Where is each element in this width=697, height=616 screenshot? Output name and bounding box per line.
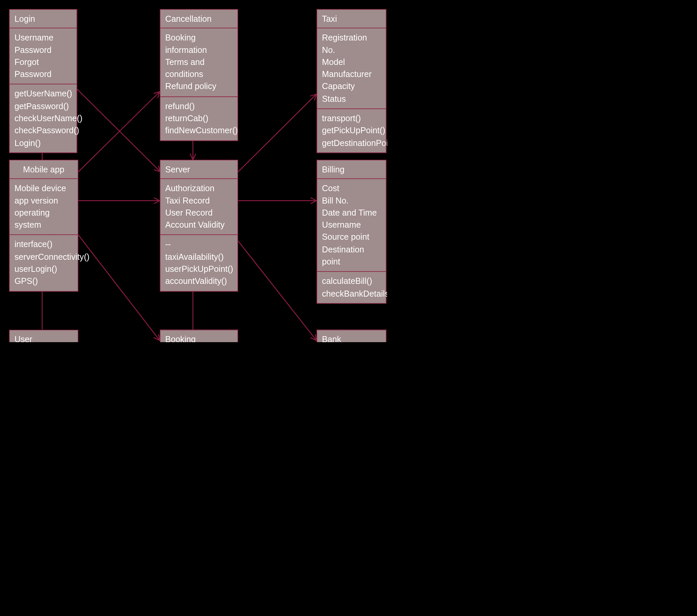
class-title: Server	[165, 164, 190, 174]
attr: Authorization	[165, 182, 233, 195]
op: accountValidity()	[165, 275, 233, 287]
class-title: Mobile app	[23, 164, 64, 174]
attr: Forgot Password	[14, 56, 72, 80]
op: serverConnectivity()	[14, 251, 73, 263]
class-title: Booking	[165, 334, 196, 342]
attr: operating system	[14, 207, 73, 231]
op: --	[165, 238, 233, 251]
op: interface()	[14, 238, 73, 251]
class-booking: Booking Cost details Time Location Sourc…	[160, 330, 238, 342]
svg-line-5	[77, 89, 160, 172]
op: userLogin()	[14, 263, 73, 275]
attr: Registration No.	[322, 31, 381, 56]
attr: Capacity	[322, 80, 381, 93]
attr: Refund policy	[165, 80, 233, 93]
attr: Destination point	[322, 243, 381, 268]
attr: app version	[14, 195, 73, 207]
class-mobileapp: Mobile app Mobile device app version ope…	[9, 160, 78, 291]
op: checkBankDetails()	[322, 287, 381, 300]
attr: Terms and conditions	[165, 56, 233, 80]
op: taxiAvailability()	[165, 251, 233, 263]
svg-line-3	[78, 92, 160, 172]
op: checkUserName()	[14, 112, 72, 124]
class-billing: Billing Cost Bill No. Date and Time User…	[316, 160, 386, 304]
class-taxi: Taxi Registration No. Model Manufacturer…	[316, 9, 386, 153]
op: getDestinationPoint()	[322, 137, 381, 149]
op: getUserName()	[14, 88, 72, 100]
class-bank: Bank Bank name User Bank Account User Ba…	[316, 330, 386, 342]
attr: Account Validity	[165, 219, 233, 231]
class-cancellation: Cancellation Booking information Terms a…	[160, 9, 238, 141]
attr: Cost	[322, 182, 381, 195]
attr: Password	[14, 44, 72, 56]
class-title: Bank	[322, 334, 341, 342]
op: checkPassword()	[14, 124, 72, 137]
attr: Username	[14, 31, 72, 44]
op: transport()	[322, 112, 381, 124]
class-user: User Name Email Address Gender Username …	[9, 330, 78, 342]
class-title: Cancellation	[165, 14, 212, 24]
op: getPassword()	[14, 100, 72, 112]
svg-line-10	[238, 241, 316, 341]
attr: Source point	[322, 231, 381, 243]
op: returnCab()	[165, 112, 233, 124]
attr: Model	[322, 56, 381, 68]
op: getPickUpPoint()	[322, 124, 381, 137]
op: userPickUpPoint()	[165, 263, 233, 275]
svg-line-8	[238, 94, 316, 172]
class-server: Server Authorization Taxi Record User Re…	[160, 160, 238, 291]
class-login: Login Username Password Forgot Password …	[9, 9, 77, 153]
attr: Date and Time	[322, 207, 381, 219]
attr: User Record	[165, 207, 233, 219]
op: calculateBill()	[322, 275, 381, 287]
class-title: Billing	[322, 164, 344, 174]
class-title: Login	[14, 14, 35, 24]
attr: Manufacturer	[322, 68, 381, 81]
attr: Taxi Record	[165, 195, 233, 207]
attr: Mobile device	[14, 182, 73, 195]
op: findNewCustomer()	[165, 124, 233, 137]
attr: Bill No.	[322, 195, 381, 207]
attr: Username	[322, 219, 381, 231]
op: Login()	[14, 137, 72, 149]
class-title: Taxi	[322, 14, 337, 24]
op: GPS()	[14, 275, 73, 287]
class-title: User	[14, 334, 32, 342]
attr: Booking information	[165, 31, 233, 56]
svg-line-4	[78, 235, 160, 341]
op: refund()	[165, 100, 233, 112]
attr: Status	[322, 93, 381, 105]
